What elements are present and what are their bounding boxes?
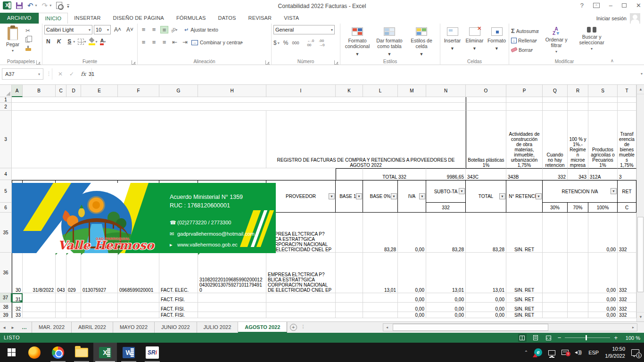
ribbon-tab-f-rmulas[interactable]: FÓRMULAS	[170, 13, 212, 24]
cell[interactable]	[568, 253, 588, 293]
cell[interactable]: 31/8/2022	[23, 213, 56, 253]
cell[interactable]: 0,00	[398, 303, 426, 312]
row-header-6[interactable]: 6	[0, 203, 12, 213]
cell[interactable]: SIN. RET	[506, 253, 543, 293]
cell[interactable]: Nº DE C OMPROBANTE▼	[56, 180, 118, 213]
cell[interactable]	[266, 293, 336, 303]
align-bottom-button[interactable]: ≡	[160, 26, 168, 33]
column-header-O[interactable]: O	[466, 85, 506, 97]
increase-decimal-button[interactable]: ←.000	[306, 38, 314, 48]
name-box[interactable]: A37▾	[2, 68, 43, 80]
filter-dropdown-icon[interactable]: ▼	[391, 193, 397, 199]
column-header-C[interactable]: C	[56, 85, 66, 97]
cell[interactable]	[543, 303, 568, 312]
cell[interactable]: SIN. RET	[506, 312, 543, 318]
cell[interactable]: FACT. FISI.	[159, 293, 198, 303]
column-header-D[interactable]: D	[66, 85, 81, 97]
autosum-button[interactable]: ΣAutosuma▾	[511, 27, 539, 35]
selected-cell-A37[interactable]: 31	[12, 293, 23, 303]
filter-dropdown-icon[interactable]: ▼	[459, 188, 465, 194]
zoom-level[interactable]: 100 %	[622, 335, 640, 341]
cell[interactable]: 0968599020001	[118, 253, 159, 293]
cell[interactable]: BASE 12▼	[336, 180, 363, 213]
cell[interactable]	[336, 168, 363, 180]
scroll-down-icon[interactable]: ▼	[637, 312, 644, 321]
cell[interactable]	[118, 293, 159, 303]
cell[interactable]	[568, 213, 588, 253]
cell[interactable]	[618, 103, 636, 111]
filter-dropdown-icon[interactable]: ▼	[356, 193, 362, 199]
column-header-N[interactable]: N	[426, 85, 466, 97]
cell[interactable]: 332	[618, 253, 636, 293]
cell[interactable]: FACT. ELEC.	[159, 213, 198, 253]
sheet-tab-mayo-2022[interactable]: MAYO 2022	[113, 322, 155, 333]
cell[interactable]	[118, 303, 159, 312]
cell[interactable]: 0,00	[588, 303, 618, 312]
cell[interactable]	[198, 293, 266, 303]
column-header-I[interactable]: I	[266, 85, 336, 97]
align-middle-button[interactable]: ≡	[150, 26, 158, 33]
formula-bar-splitter[interactable]: ⋮	[46, 71, 51, 77]
sheet-tab-mar-2022[interactable]: MAR. 2022	[32, 322, 72, 333]
cell-styles-button[interactable]: Estilos de celda ▾	[406, 25, 437, 57]
cell[interactable]	[81, 293, 118, 303]
column-header-K[interactable]: K	[336, 85, 363, 97]
ribbon-tab-inicio[interactable]: INICIO	[39, 13, 68, 24]
cell[interactable]: FECHA▼	[23, 180, 56, 213]
header-productos[interactable]: Productos agricoilas o Pecuarios 1%	[588, 111, 618, 168]
cell[interactable]: 332	[543, 168, 568, 180]
row-header-2[interactable]: 2	[0, 103, 12, 111]
cell[interactable]	[543, 97, 568, 103]
cell[interactable]: FACT. FISI.	[159, 312, 198, 318]
font-color-button[interactable]: A	[100, 38, 104, 45]
ribbon-tab-revisar[interactable]: REVISAR	[242, 13, 278, 24]
cell[interactable]: 343C	[466, 168, 506, 180]
tray-expand-icon[interactable]: ⌃	[524, 350, 528, 355]
cell[interactable]: 332	[618, 213, 636, 253]
column-header-L[interactable]: L	[363, 85, 398, 97]
cell[interactable]	[118, 312, 159, 318]
cell[interactable]: 0,00	[398, 253, 426, 293]
cell[interactable]: EMPRESA EL?CTRICA P?BLICA ESTRAT?GICA CO…	[266, 213, 336, 253]
cell[interactable]: 312A	[588, 168, 618, 180]
row-header-4[interactable]: 4	[0, 168, 12, 180]
cell[interactable]	[266, 312, 336, 318]
insert-cells-button[interactable]: Insertar ▾	[442, 25, 462, 57]
ribbon-display-options-icon[interactable]: ^	[593, 3, 600, 8]
ribbon-tab-dise-o-de-p-gina[interactable]: DISEÑO DE PÁGINA	[107, 13, 170, 24]
cell[interactable]: FACT. ELEC.	[159, 253, 198, 293]
cell[interactable]	[66, 303, 81, 312]
bold-button[interactable]: N	[44, 38, 52, 45]
cell[interactable]: TIPO COMPRO▼	[159, 180, 198, 213]
filter-dropdown-icon[interactable]: ▼	[16, 193, 22, 199]
cell[interactable]	[12, 97, 466, 103]
cell[interactable]	[336, 253, 363, 293]
sheet-tab-overflow[interactable]: …	[17, 322, 32, 333]
cell[interactable]: 0,00	[398, 293, 426, 303]
header-actividades[interactable]: Actividades de construcción de obra mate…	[506, 111, 543, 168]
cell[interactable]: 0,00	[588, 253, 618, 293]
column-header-T[interactable]: T	[618, 85, 636, 97]
cell[interactable]	[12, 168, 336, 180]
cell[interactable]	[23, 303, 56, 312]
cell[interactable]	[568, 303, 588, 312]
row-header-3[interactable]: 3	[0, 111, 12, 168]
cell[interactable]	[66, 312, 81, 318]
clipboard-dialog-launcher[interactable]	[36, 60, 41, 65]
cell[interactable]: 013075927	[81, 253, 118, 293]
cell[interactable]	[568, 293, 588, 303]
number-format-combobox[interactable]: General▾	[273, 25, 335, 34]
cell[interactable]: 332	[618, 293, 636, 303]
cell[interactable]: 70%	[568, 203, 588, 213]
taskbar-sri[interactable]: SRi	[140, 343, 164, 362]
cut-button[interactable]: ✂	[25, 27, 31, 34]
page-break-view-button[interactable]	[545, 334, 553, 342]
sheet-tab-abril-2022[interactable]: ABRIL 2022	[72, 322, 113, 333]
cell[interactable]: 0,00	[466, 293, 506, 303]
collapse-ribbon-icon[interactable]: ∧	[611, 58, 614, 63]
cell[interactable]: C	[618, 203, 636, 213]
sheet-nav-right-icon[interactable]: ▸	[8, 322, 17, 333]
format-cells-button[interactable]: Formato ▾	[487, 25, 507, 57]
decrease-indent-button[interactable]: ⇤	[171, 39, 179, 46]
cell[interactable]	[588, 103, 618, 111]
